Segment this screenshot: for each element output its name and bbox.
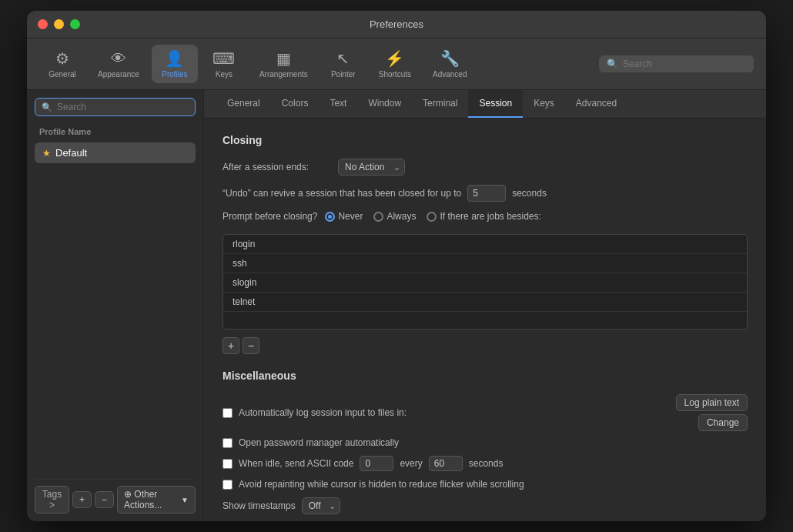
- advanced-icon: 🔧: [440, 49, 460, 68]
- tab-terminal[interactable]: Terminal: [412, 90, 468, 118]
- after-session-label: After a session ends:: [223, 162, 330, 172]
- add-profile-button[interactable]: +: [72, 491, 92, 508]
- job-item-telnet[interactable]: telnet: [223, 293, 747, 312]
- job-item-rlogin[interactable]: rlogin: [223, 235, 747, 254]
- toolbar-label-appearance: Appearance: [98, 70, 139, 79]
- password-manager-label: Open password manager automatically: [239, 437, 399, 448]
- tab-window[interactable]: Window: [357, 90, 412, 118]
- prompt-row: Prompt before closing? Never Always I: [223, 211, 748, 222]
- maximize-button[interactable]: [70, 19, 80, 29]
- undo-text-pre: “Undo” can revive a session that has bee…: [223, 188, 461, 199]
- idle-ascii-row: When idle, send ASCII code every seconds: [223, 456, 748, 471]
- radio-never[interactable]: Never: [325, 211, 363, 222]
- avoid-repaint-row: Avoid repainting while cursor is hidden …: [223, 479, 748, 490]
- search-icon: 🔍: [607, 59, 618, 69]
- log-plain-text-button[interactable]: Log plain text: [676, 394, 748, 411]
- radio-if-jobs[interactable]: If there are jobs besides:: [427, 211, 540, 222]
- appearance-icon: 👁: [111, 50, 126, 68]
- tab-colors[interactable]: Colors: [271, 90, 320, 118]
- toolbar-label-keys: Keys: [216, 70, 233, 79]
- tags-button[interactable]: Tags >: [35, 486, 69, 514]
- titlebar: Preferences: [27, 11, 766, 38]
- sidebar-search-container: 🔍: [35, 98, 196, 116]
- toolbar-item-pointer[interactable]: ↖ Pointer: [320, 45, 366, 83]
- avoid-repaint-checkbox[interactable]: [223, 480, 233, 490]
- other-actions-button[interactable]: ⊕ Other Actions... ▼: [117, 486, 196, 514]
- radio-if-jobs-btn[interactable]: [427, 212, 437, 222]
- shortcuts-icon: ⚡: [385, 49, 404, 68]
- undo-text-post: seconds: [512, 188, 547, 199]
- radio-never-label: Never: [338, 211, 363, 222]
- auto-log-checkbox[interactable]: [223, 408, 233, 418]
- minimize-button[interactable]: [54, 19, 64, 29]
- sidebar: 🔍 Profile Name ★ Default Tags > + − ⊕ Ot…: [27, 90, 204, 521]
- main-content: 🔍 Profile Name ★ Default Tags > + − ⊕ Ot…: [27, 90, 766, 521]
- other-actions-chevron-icon: ▼: [181, 496, 189, 504]
- add-remove-row: + −: [223, 337, 748, 354]
- password-manager-row: Open password manager automatically: [223, 437, 748, 448]
- idle-every-input[interactable]: [429, 456, 463, 471]
- tab-session[interactable]: Session: [468, 90, 523, 118]
- toolbar-label-pointer: Pointer: [331, 70, 356, 79]
- radio-always[interactable]: Always: [373, 211, 416, 222]
- timestamps-dropdown[interactable]: Off: [302, 497, 340, 514]
- close-button[interactable]: [38, 19, 48, 29]
- idle-ascii-input[interactable]: [360, 456, 393, 471]
- remove-job-button[interactable]: −: [243, 337, 259, 354]
- log-row: Automatically log session input to files…: [223, 394, 748, 431]
- profile-item-default[interactable]: ★ Default: [35, 142, 196, 163]
- arrangements-icon: ▦: [276, 49, 291, 68]
- misc-section-title: Miscellaneous: [223, 370, 748, 382]
- add-job-button[interactable]: +: [223, 337, 239, 354]
- toolbar-item-shortcuts[interactable]: ⚡ Shortcuts: [370, 45, 420, 83]
- toolbar-label-arrangements: Arrangements: [259, 70, 308, 79]
- no-action-dropdown[interactable]: No Action: [338, 159, 405, 176]
- undo-seconds-input[interactable]: [467, 185, 506, 202]
- change-button[interactable]: Change: [698, 414, 748, 431]
- timestamps-dropdown-wrap: Off: [302, 497, 340, 514]
- tab-general[interactable]: General: [216, 90, 271, 118]
- no-action-dropdown-wrap: No Action: [338, 159, 405, 176]
- tab-advanced[interactable]: Advanced: [565, 90, 627, 118]
- toolbar-item-profiles[interactable]: 👤 Profiles: [152, 45, 198, 83]
- sidebar-footer: Tags > + − ⊕ Other Actions... ▼: [35, 479, 196, 514]
- profile-list-header: Profile Name: [35, 124, 196, 139]
- preferences-window: Preferences ⚙ General 👁 Appearance 👤 Pro…: [27, 11, 766, 521]
- toolbar-item-keys[interactable]: ⌨ Keys: [201, 45, 247, 83]
- toolbar-item-appearance[interactable]: 👁 Appearance: [89, 45, 149, 83]
- toolbar-label-profiles: Profiles: [162, 70, 187, 79]
- job-item-ssh[interactable]: ssh: [223, 254, 747, 273]
- toolbar-item-general[interactable]: ⚙ General: [39, 45, 85, 83]
- window-title: Preferences: [370, 18, 423, 30]
- sidebar-search-input[interactable]: [57, 102, 189, 112]
- tab-text[interactable]: Text: [319, 90, 357, 118]
- toolbar-search[interactable]: 🔍: [599, 55, 754, 72]
- radio-group: Never Always If there are jobs besides:: [325, 211, 540, 222]
- tab-keys[interactable]: Keys: [523, 90, 565, 118]
- radio-never-btn[interactable]: [325, 212, 335, 222]
- profiles-icon: 👤: [165, 49, 184, 68]
- password-manager-checkbox[interactable]: [223, 438, 233, 448]
- right-panel: General Colors Text Window Terminal Sess…: [204, 90, 766, 521]
- idle-ascii-checkbox[interactable]: [223, 459, 233, 469]
- idle-seconds-label: seconds: [469, 458, 504, 469]
- toolbar-label-advanced: Advanced: [433, 70, 467, 79]
- toolbar-item-advanced[interactable]: 🔧 Advanced: [423, 45, 476, 83]
- job-item-empty: [223, 312, 747, 329]
- after-session-row: After a session ends: No Action: [223, 159, 748, 176]
- timestamps-row: Show timestamps Off: [223, 497, 748, 514]
- profile-name-default: Default: [55, 147, 87, 159]
- remove-profile-button[interactable]: −: [95, 491, 114, 508]
- toolbar-item-arrangements[interactable]: ▦ Arrangements: [250, 45, 317, 83]
- show-timestamps-label: Show timestamps: [223, 500, 296, 511]
- toolbar-search-input[interactable]: [623, 59, 746, 69]
- radio-always-btn[interactable]: [373, 212, 383, 222]
- idle-ascii-label: When idle, send ASCII code: [239, 458, 353, 469]
- idle-every-label: every: [400, 458, 422, 469]
- job-item-slogin[interactable]: slogin: [223, 273, 747, 293]
- panel-content: Closing After a session ends: No Action …: [204, 119, 766, 521]
- tab-bar: General Colors Text Window Terminal Sess…: [204, 90, 766, 119]
- pointer-icon: ↖: [336, 49, 350, 68]
- general-icon: ⚙: [55, 49, 69, 68]
- radio-if-jobs-label: If there are jobs besides:: [440, 211, 540, 222]
